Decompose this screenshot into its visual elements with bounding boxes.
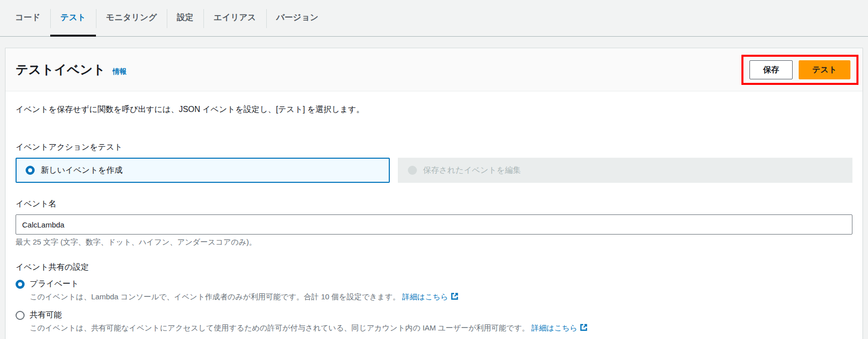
- tile-edit-saved-event: 保存されたイベントを編集: [398, 158, 852, 183]
- link-text: 詳細はこちら: [402, 292, 448, 301]
- panel-header: テストイベント 情報 保存 テスト: [6, 48, 862, 91]
- radio-option-shareable[interactable]: 共有可能: [16, 310, 852, 320]
- link-text: 詳細はこちら: [531, 323, 577, 332]
- learn-more-link[interactable]: 詳細はこちら: [531, 323, 588, 332]
- page-title: テストイベント: [16, 61, 105, 78]
- lambda-test-page: コード テスト モニタリング 設定 エイリアス バージョン テストイベント 情報…: [0, 0, 868, 339]
- event-name-label: イベント名: [16, 199, 852, 209]
- external-link-icon: [451, 292, 459, 300]
- shareable-description: このイベントは、共有可能なイベントにアクセスして使用するための許可が付与されてい…: [30, 323, 852, 333]
- radio-disabled-icon: [408, 166, 417, 175]
- test-button[interactable]: テスト: [799, 60, 850, 79]
- tab-monitoring[interactable]: モニタリング: [96, 0, 167, 37]
- event-name-input[interactable]: [16, 214, 852, 235]
- event-name-help: 最大 25 文字 (文字、数字、ドット、ハイフン、アンダースコアのみ)。: [16, 238, 852, 247]
- tab-configuration[interactable]: 設定: [167, 0, 203, 37]
- sharing-settings: イベント共有の設定 プライベート このイベントは、Lambda コンソールで、イ…: [16, 262, 852, 333]
- radio-unselected-icon: [16, 311, 25, 320]
- annotation-highlight: 保存 テスト: [741, 55, 858, 85]
- function-tabs: コード テスト モニタリング 設定 エイリアス バージョン: [0, 0, 868, 37]
- learn-more-link[interactable]: 詳細はこちら: [402, 292, 459, 301]
- tab-aliases[interactable]: エイリアス: [203, 0, 266, 37]
- test-action-label: イベントアクションをテスト: [16, 142, 852, 153]
- sharing-label: イベント共有の設定: [16, 262, 852, 273]
- tile-label: 保存されたイベントを編集: [423, 165, 521, 176]
- radio-selected-icon: [16, 280, 25, 289]
- radio-selected-icon: [26, 166, 35, 175]
- intro-text: イベントを保存せずに関数を呼び出すには、JSON イベントを設定し、[テスト] …: [16, 104, 852, 115]
- option-label: 共有可能: [30, 310, 62, 320]
- description-text: このイベントは、Lambda コンソールで、イベント作成者のみが利用可能です。合…: [30, 292, 400, 301]
- description-text: このイベントは、共有可能なイベントにアクセスして使用するための許可が付与されてい…: [30, 323, 529, 332]
- info-link[interactable]: 情報: [113, 67, 127, 76]
- tab-versions[interactable]: バージョン: [266, 0, 329, 37]
- test-event-panel: テストイベント 情報 保存 テスト イベントを保存せずに関数を呼び出すには、JS…: [5, 48, 863, 339]
- tile-create-new-event[interactable]: 新しいイベントを作成: [16, 158, 390, 183]
- panel-body: イベントを保存せずに関数を呼び出すには、JSON イベントを設定し、[テスト] …: [6, 91, 862, 339]
- external-link-icon: [580, 323, 588, 331]
- tile-label: 新しいイベントを作成: [41, 165, 123, 176]
- tab-test[interactable]: テスト: [50, 0, 96, 37]
- option-label: プライベート: [30, 279, 79, 289]
- radio-option-private[interactable]: プライベート: [16, 279, 852, 289]
- test-action-tiles: 新しいイベントを作成 保存されたイベントを編集: [16, 158, 852, 183]
- tab-code[interactable]: コード: [5, 0, 50, 37]
- save-button[interactable]: 保存: [749, 60, 793, 79]
- private-description: このイベントは、Lambda コンソールで、イベント作成者のみが利用可能です。合…: [30, 292, 852, 302]
